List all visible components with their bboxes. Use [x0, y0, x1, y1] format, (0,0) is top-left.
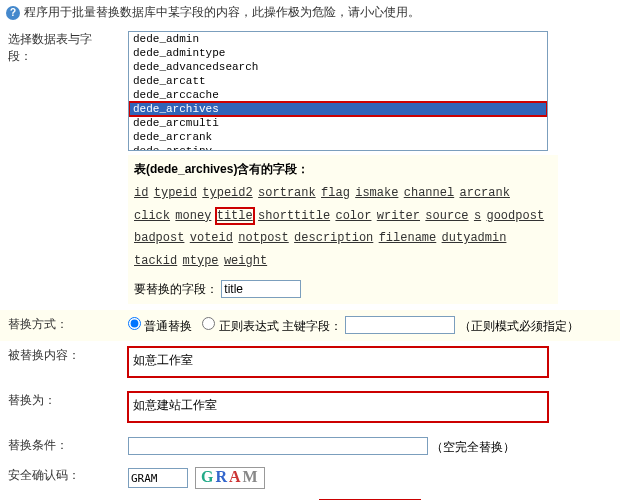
field-link[interactable]: goodpost: [486, 209, 544, 223]
label-security-code: 安全确认码：: [0, 461, 120, 495]
table-item[interactable]: dede_arcmulti: [129, 116, 547, 130]
regex-note: （正则模式必须指定）: [459, 319, 579, 333]
mode-regex-option[interactable]: 正则表达式 主键字段：: [202, 319, 342, 333]
table-item[interactable]: dede_admin: [129, 32, 547, 46]
table-item[interactable]: dede_archives: [129, 102, 547, 116]
field-to-replace-label: 要替换的字段：: [134, 282, 218, 296]
field-link[interactable]: arcrank: [460, 186, 510, 200]
replaced-content-input[interactable]: [128, 347, 548, 377]
condition-input[interactable]: [128, 437, 428, 455]
field-link[interactable]: color: [335, 209, 371, 223]
field-link[interactable]: writer: [377, 209, 420, 223]
table-item[interactable]: dede_arctiny: [129, 144, 547, 151]
replace-to-input[interactable]: [128, 392, 548, 422]
field-link[interactable]: id: [134, 186, 148, 200]
main-form: 选择数据表与字段： dede_admindede_admintypedede_a…: [0, 25, 620, 500]
field-link[interactable]: typeid2: [202, 186, 252, 200]
field-link[interactable]: click: [134, 209, 170, 223]
table-item[interactable]: dede_arccache: [129, 88, 547, 102]
info-icon: ?: [6, 6, 20, 20]
field-link[interactable]: badpost: [134, 231, 184, 245]
captcha-image[interactable]: GRAM: [195, 467, 265, 489]
field-link[interactable]: voteid: [190, 231, 233, 245]
regex-pk-input[interactable]: [345, 316, 455, 334]
field-link[interactable]: channel: [404, 186, 454, 200]
condition-note: （空完全替换）: [431, 439, 515, 453]
label-replace-mode: 替换方式：: [0, 310, 120, 341]
fields-list: id typeid typeid2 sortrank flag ismake c…: [134, 182, 552, 272]
label-replaced-content: 被替换内容：: [0, 341, 120, 386]
table-item[interactable]: dede_admintype: [129, 46, 547, 60]
field-link[interactable]: typeid: [154, 186, 197, 200]
label-condition: 替换条件：: [0, 431, 120, 462]
field-link[interactable]: s: [474, 209, 481, 223]
field-link[interactable]: money: [175, 209, 211, 223]
label-select-table: 选择数据表与字段：: [0, 25, 120, 310]
field-link[interactable]: weight: [224, 254, 267, 268]
field-link[interactable]: title: [217, 209, 253, 223]
field-link[interactable]: description: [294, 231, 373, 245]
field-link[interactable]: sortrank: [258, 186, 316, 200]
field-link[interactable]: filename: [379, 231, 437, 245]
field-link[interactable]: dutyadmin: [442, 231, 507, 245]
table-item[interactable]: dede_arcatt: [129, 74, 547, 88]
table-item[interactable]: dede_advancedsearch: [129, 60, 547, 74]
field-link[interactable]: notpost: [238, 231, 288, 245]
field-link[interactable]: tackid: [134, 254, 177, 268]
table-item[interactable]: dede_arcrank: [129, 130, 547, 144]
field-link[interactable]: source: [425, 209, 468, 223]
warning-text: 程序用于批量替换数据库中某字段的内容，此操作极为危险，请小心使用。: [24, 4, 420, 21]
warning-bar: ? 程序用于批量替换数据库中某字段的内容，此操作极为危险，请小心使用。: [0, 0, 620, 25]
field-link[interactable]: mtype: [183, 254, 219, 268]
field-to-replace-input[interactable]: [221, 280, 301, 298]
mode-normal-option[interactable]: 普通替换: [128, 319, 192, 333]
fields-panel: 表(dede_archives)含有的字段： id typeid typeid2…: [128, 155, 558, 304]
label-replace-to: 替换为：: [0, 386, 120, 431]
field-link[interactable]: ismake: [355, 186, 398, 200]
tables-listbox[interactable]: dede_admindede_admintypedede_advancedsea…: [128, 31, 548, 151]
field-link[interactable]: flag: [321, 186, 350, 200]
fields-header: 表(dede_archives)含有的字段：: [134, 161, 552, 178]
security-code-input[interactable]: [128, 468, 188, 488]
field-link[interactable]: shorttitle: [258, 209, 330, 223]
